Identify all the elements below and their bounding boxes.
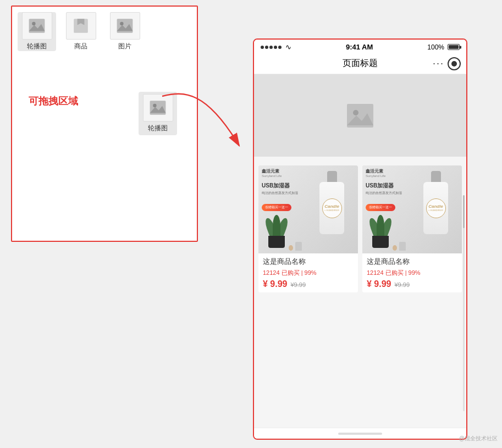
product-icon [72,17,90,35]
plant-leaves-2 [369,209,391,237]
signal-dot-4 [274,46,277,49]
drag-area: 轮播图 商品 图片 可拖拽区域 [11,5,198,242]
products-grid: 鑫活元素 Sunyland Life USB加湿器 纯洁的自然蒸发方式加湿 假赠… [254,161,466,297]
phone-content: 鑫活元素 Sunyland Life USB加湿器 纯洁的自然蒸发方式加湿 假赠… [254,74,466,428]
nav-record-button[interactable] [448,57,461,70]
product-info-2: 这是商品名称 12124 已购买 | 99% ¥ 9.99 ¥9.99 [362,253,462,292]
product-usb-title-1: USB加湿器 [262,182,290,190]
svg-point-12 [353,110,358,115]
candle-sub-2: × HUMIDIFIER [428,209,443,212]
candle-bg-1: 鑫活元素 Sunyland Life USB加湿器 纯洁的自然蒸发方式加湿 假赠… [258,165,358,253]
product-desc-1: 纯洁的自然蒸发方式加湿 [262,191,300,196]
candle-text-1: Candle [324,204,339,209]
image2-icon-box [110,12,140,40]
svg-point-8 [153,104,156,107]
phone-scrollbar[interactable] [463,195,465,411]
phone-mockup: ∿ 9:41 AM 100% 页面标题 ··· [253,38,467,440]
product-name-1: 这是商品名称 [263,257,354,267]
deco-3 [393,245,397,251]
battery-fill [449,45,459,49]
candle-bg-2: 鑫活元素 Sunyland Life USB加湿器 纯洁的自然蒸发方式加湿 假赠… [362,165,462,253]
plant-1 [263,209,290,248]
nav-title: 页面标题 [343,58,378,69]
deco-2 [295,242,302,251]
product-image-2: 鑫活元素 Sunyland Life USB加湿器 纯洁的自然蒸发方式加湿 假赠… [362,165,462,253]
status-left: ∿ [261,43,291,51]
price-current-2: ¥ 9.99 [367,279,391,289]
product-price-2: ¥ 9.99 ¥9.99 [367,279,457,289]
toolbar-item-image[interactable]: 图片 [106,12,144,51]
nav-bar: 页面标题 ··· [254,53,466,74]
svg-point-5 [120,22,123,25]
watermark: @混全技术社区 [459,435,498,443]
scrollbar-thumb [463,195,465,228]
deco-items-2 [393,242,406,251]
candle-sub-1: × HUMIDIFIER [324,209,339,212]
signal-dot-1 [261,46,264,49]
product-desc-2: 纯洁的自然蒸发方式加湿 [366,191,404,196]
product-name-2: 这是商品名称 [367,257,457,267]
toolbar-item-product[interactable]: 商品 [62,12,100,51]
plant-pot-1 [268,236,285,248]
signal-dots [261,46,282,49]
bottle-body-1: Candle × HUMIDIFIER [319,182,344,234]
banner-image-icon [346,103,374,128]
dragged-item-label: 轮播图 [148,124,168,133]
product-card-1[interactable]: 鑫活元素 Sunyland Life USB加湿器 纯洁的自然蒸发方式加湿 假赠… [258,165,358,292]
deco-4 [399,242,406,251]
leaf-6 [377,215,384,237]
price-original-1: ¥9.99 [290,281,306,288]
product-card-2[interactable]: 鑫活元素 Sunyland Life USB加湿器 纯洁的自然蒸发方式加湿 假赠… [362,165,462,292]
phone-bottom-bar [254,428,466,439]
battery-percent: 100% [427,43,444,51]
toolbar: 轮播图 商品 图片 [12,7,197,54]
bottle-cap-1 [327,171,337,182]
leaf-3 [273,215,280,237]
candle-bottle-2: Candle × HUMIDIFIER [421,171,451,242]
placeholder-svg [346,103,374,128]
product-icon-box [66,12,96,40]
candle-text-2: Candle [428,204,443,209]
bottle-cap-2 [431,171,441,182]
carousel-icon-box [22,12,52,40]
status-bar: ∿ 9:41 AM 100% [254,40,466,53]
signal-dot-5 [278,46,282,49]
image-icon [28,17,46,35]
product-stats-1: 12124 已购买 | 99% [263,269,354,277]
status-right: 100% [427,43,460,51]
bottle-label-2: Candle × HUMIDIFIER [426,198,446,218]
product-label: 商品 [74,42,87,51]
dragged-icon-box [143,94,173,121]
toolbar-item-carousel[interactable]: 轮播图 [18,12,56,51]
dragged-carousel-item[interactable]: 轮播图 [139,92,177,135]
candle-bottle-1: Candle × HUMIDIFIER [317,171,347,242]
drag-area-label: 可拖拽区域 [29,95,78,108]
status-time: 9:41 AM [346,43,373,51]
home-indicator [338,433,382,435]
bottle-label-1: Candle × HUMIDIFIER [322,198,342,218]
product-stats-2: 12124 已购买 | 99% [367,269,457,277]
dragged-image-icon [149,99,167,117]
battery-icon [448,44,460,50]
carousel-label: 轮播图 [27,42,47,51]
record-dot [451,61,457,67]
image-label: 图片 [118,42,131,51]
deco-items-1 [289,242,302,251]
nav-more-button[interactable]: ··· [433,58,444,69]
plant-pot-2 [372,236,389,248]
deco-1 [289,245,293,251]
signal-dot-3 [269,46,273,49]
svg-point-1 [32,22,35,25]
signal-dot-2 [265,46,268,49]
price-original-2: ¥9.99 [394,281,410,288]
product-brand-1: 鑫活元素 Sunyland Life [262,169,282,179]
price-current-1: ¥ 9.99 [263,279,287,289]
product-brand-2: 鑫活元素 Sunyland Life [366,169,385,179]
product-image-1: 鑫活元素 Sunyland Life USB加湿器 纯洁的自然蒸发方式加湿 假赠… [258,165,358,253]
product-price-1: ¥ 9.99 ¥9.99 [263,279,354,289]
plant-2 [367,209,394,248]
product-info-1: 这是商品名称 12124 已购买 | 99% ¥ 9.99 ¥9.99 [258,253,358,292]
product-usb-title-2: USB加湿器 [366,182,394,190]
image-icon2 [116,17,134,35]
plant-leaves-1 [266,209,288,237]
